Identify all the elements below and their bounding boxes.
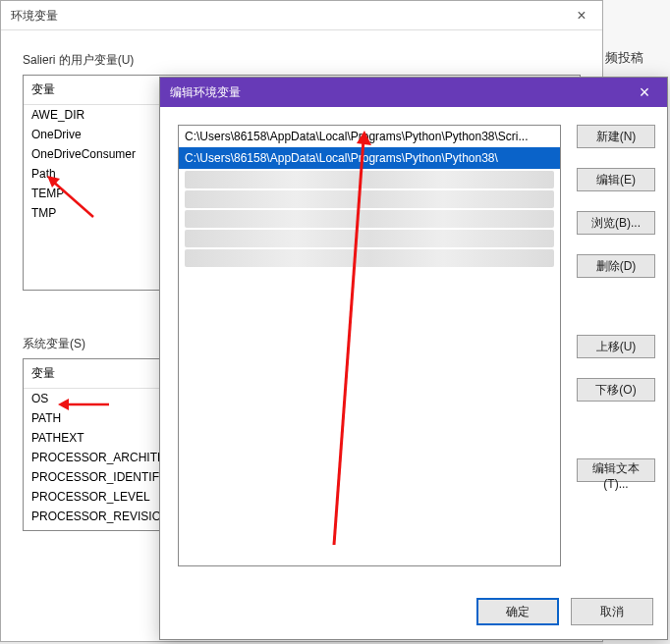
close-icon[interactable]: ×	[622, 78, 667, 107]
ok-button[interactable]: 确定	[476, 598, 559, 625]
list-item[interactable]	[185, 230, 554, 247]
modal-title: 编辑环境变量	[170, 84, 241, 101]
modal-titlebar: 编辑环境变量 ×	[160, 78, 667, 107]
env-window-titlebar: 环境变量 ×	[1, 1, 602, 30]
browse-button[interactable]: 浏览(B)...	[577, 211, 655, 235]
modal-footer: 确定 取消	[476, 598, 653, 625]
values-listbox[interactable]: C:\Users\86158\AppData\Local\Programs\Py…	[178, 125, 561, 566]
cancel-button[interactable]: 取消	[571, 598, 653, 625]
list-item[interactable]: C:\Users\86158\AppData\Local\Programs\Py…	[179, 147, 560, 169]
list-item[interactable]	[185, 171, 554, 188]
move-up-button[interactable]: 上移(U)	[577, 335, 655, 358]
delete-button[interactable]: 删除(D)	[577, 254, 655, 278]
list-item[interactable]	[185, 190, 554, 208]
env-window-title: 环境变量	[11, 9, 58, 23]
edit-env-var-dialog: 编辑环境变量 × C:\Users\86158\AppData\Local\Pr…	[159, 77, 668, 640]
list-item[interactable]: C:\Users\86158\AppData\Local\Programs\Py…	[179, 126, 560, 147]
side-buttons: 新建(N) 编辑(E) 浏览(B)... 删除(D) 上移(U) 下移(O) 编…	[577, 125, 655, 492]
close-icon[interactable]: ×	[561, 1, 602, 30]
move-down-button[interactable]: 下移(O)	[577, 378, 655, 402]
list-item[interactable]	[185, 210, 554, 228]
list-item[interactable]	[185, 249, 554, 267]
edit-text-button[interactable]: 编辑文本(T)...	[577, 458, 655, 482]
user-vars-label: Salieri 的用户变量(U)	[23, 52, 602, 69]
edit-button[interactable]: 编辑(E)	[577, 168, 655, 191]
new-button[interactable]: 新建(N)	[577, 125, 655, 148]
